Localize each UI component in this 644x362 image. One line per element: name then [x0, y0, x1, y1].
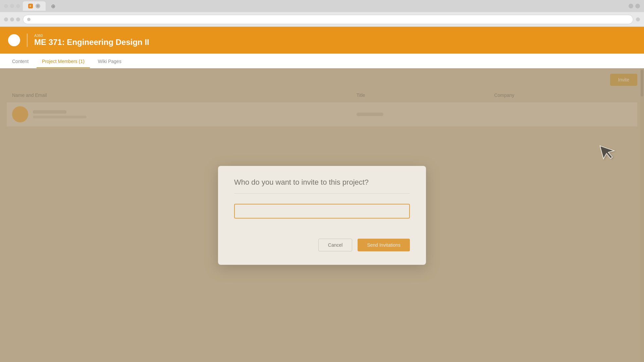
- address-bar[interactable]: [23, 15, 633, 24]
- nav-forward-btn[interactable]: [10, 17, 14, 21]
- browser-toolbar: [0, 12, 644, 27]
- invite-modal: Who do you want to invite to this projec…: [218, 166, 426, 265]
- browser-titlebar: F × ⊕: [0, 0, 644, 12]
- modal-backdrop: Who do you want to invite to this projec…: [0, 68, 644, 362]
- modal-actions: Cancel Send Invitations: [234, 239, 410, 251]
- browser-chrome: F × ⊕: [0, 0, 644, 27]
- tab-favicon: F: [28, 4, 33, 8]
- header-subtitle: A360: [34, 34, 149, 38]
- cancel-button[interactable]: Cancel: [318, 239, 353, 251]
- nav-refresh-btn[interactable]: [16, 17, 20, 21]
- header-divider: [27, 34, 28, 47]
- modal-title: Who do you want to invite to this projec…: [234, 178, 410, 187]
- svg-marker-0: [600, 143, 616, 161]
- tab-project-members[interactable]: Project Members (1): [37, 55, 90, 68]
- header-title: ME 371: Engineering Design II: [34, 38, 149, 47]
- nav-tabs: Content Project Members (1) Wiki Pages: [0, 54, 644, 68]
- browser-tab[interactable]: F ×: [23, 1, 46, 11]
- modal-divider: [234, 193, 410, 194]
- header-logo: [8, 34, 20, 46]
- nav-back-btn[interactable]: [4, 17, 8, 21]
- new-tab-button[interactable]: ⊕: [48, 1, 58, 11]
- app-container: A360 ME 371: Engineering Design II Conte…: [0, 27, 644, 362]
- close-tab-btn[interactable]: ×: [36, 4, 40, 8]
- invite-email-input[interactable]: [234, 204, 410, 219]
- tab-wiki-pages[interactable]: Wiki Pages: [93, 55, 127, 68]
- tab-content[interactable]: Content: [7, 55, 34, 68]
- toolbar-menu-btn[interactable]: [636, 17, 640, 21]
- send-invitations-button[interactable]: Send Invitations: [358, 239, 410, 251]
- header-title-area: A360 ME 371: Engineering Design II: [34, 34, 149, 47]
- app-header: A360 ME 371: Engineering Design II: [0, 27, 644, 54]
- main-content: Invite Name and Email Title Company: [0, 68, 644, 362]
